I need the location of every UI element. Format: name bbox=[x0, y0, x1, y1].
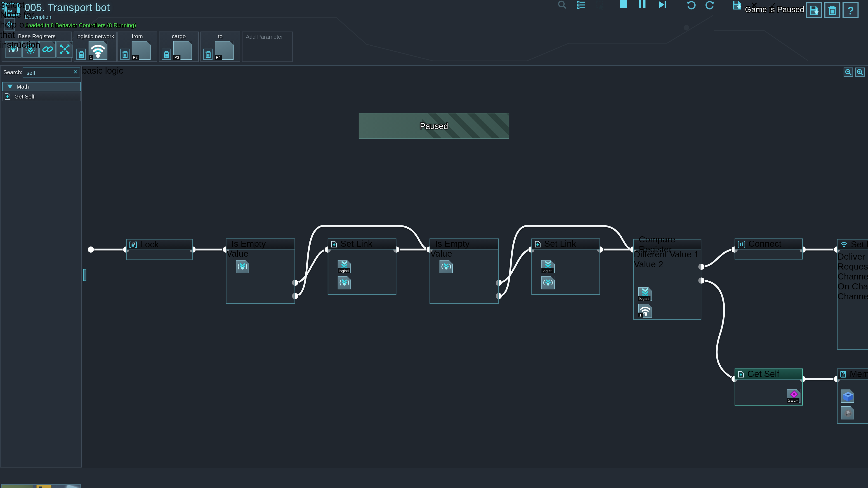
search-box: ✕ bbox=[23, 68, 80, 77]
port[interactable] bbox=[88, 246, 94, 253]
node-get-self[interactable]: Get Self Result SELF bbox=[735, 368, 803, 405]
node-set-logistics[interactable]: Set Log Settin Deliver Iter Supply Iter … bbox=[837, 239, 868, 350]
node-is-empty-1[interactable]: Is Empty Value Empty Has Value bbox=[226, 238, 295, 304]
node-compare-register[interactable]: Compare Register If Equal If Different l… bbox=[633, 239, 702, 320]
add-parameter-button[interactable]: Add Parameter bbox=[242, 32, 293, 62]
lock-icon bbox=[129, 241, 137, 248]
empty-register[interactable]: P3 bbox=[174, 41, 192, 60]
trash-icon bbox=[163, 51, 169, 58]
signal-icon bbox=[237, 260, 249, 273]
cube-icon bbox=[842, 391, 854, 402]
param-slot-cargo: cargo P3 bbox=[159, 32, 199, 62]
wifi-register[interactable]: 1 bbox=[89, 41, 107, 60]
value-register[interactable] bbox=[439, 260, 453, 273]
save-graph-button[interactable] bbox=[732, 0, 743, 11]
zoom-out-button[interactable] bbox=[844, 68, 853, 77]
node-set-link-1[interactable]: Set Link logisti From To bbox=[328, 238, 397, 295]
index-register[interactable] bbox=[841, 390, 854, 403]
register-badge: P2 bbox=[132, 55, 139, 60]
help-button[interactable]: ? bbox=[842, 2, 859, 18]
step-button[interactable] bbox=[657, 0, 667, 9]
to-register[interactable] bbox=[338, 276, 351, 289]
zoom-in-icon bbox=[857, 69, 864, 76]
delete-param-button[interactable] bbox=[76, 49, 86, 60]
trash-icon bbox=[205, 51, 211, 58]
param-slot-from: from P2 bbox=[117, 32, 157, 62]
footer-help-text: Select Node for help on that instruction bbox=[0, 0, 40, 50]
undo-button[interactable] bbox=[686, 0, 696, 11]
register-badge: logisti bbox=[638, 296, 651, 301]
ore-icon bbox=[842, 408, 854, 419]
node-title: Set Link bbox=[544, 239, 576, 249]
node-graph-canvas[interactable]: Paused bbox=[82, 65, 868, 468]
node-title: Lock bbox=[140, 239, 159, 250]
redo-icon bbox=[705, 0, 715, 11]
wire bbox=[702, 281, 735, 379]
delete-behavior-button[interactable] bbox=[825, 2, 840, 18]
value2-register[interactable]: 1 bbox=[638, 304, 652, 318]
from-register[interactable]: logisti bbox=[338, 260, 351, 273]
clipped-node-stub bbox=[83, 269, 86, 281]
node-title: Memory bbox=[850, 369, 868, 379]
find-in-graph-button[interactable] bbox=[557, 0, 567, 9]
wire bbox=[702, 250, 735, 267]
pause-icon bbox=[639, 0, 645, 8]
param-label: cargo bbox=[159, 33, 198, 39]
node-memory[interactable]: Memory Inde bbox=[837, 368, 868, 424]
world-minimap[interactable] bbox=[1, 484, 81, 488]
paused-label: Paused bbox=[359, 121, 508, 131]
from-register[interactable]: logisti bbox=[541, 260, 555, 273]
delete-param-button[interactable] bbox=[162, 49, 171, 60]
select-tool-button[interactable] bbox=[595, 0, 606, 11]
register-badge: logisti bbox=[338, 268, 350, 273]
search-input[interactable] bbox=[23, 68, 72, 77]
delete-param-button[interactable] bbox=[120, 49, 129, 60]
node-is-empty-2[interactable]: Is Empty Value Empty Has Value bbox=[430, 238, 499, 304]
value1-register[interactable]: logisti bbox=[638, 287, 652, 301]
empty-register[interactable]: P2 bbox=[132, 41, 151, 60]
goto-icon[interactable] bbox=[57, 41, 73, 57]
logistics-row[interactable]: Deliver Iter bbox=[837, 252, 868, 261]
logistics-row[interactable]: On Channe bbox=[837, 282, 868, 291]
stop-icon bbox=[620, 0, 627, 8]
category-math[interactable]: Math bbox=[2, 82, 81, 91]
node-list-button[interactable] bbox=[576, 0, 586, 10]
node-lock[interactable]: Lock bbox=[126, 239, 193, 260]
redo-button[interactable] bbox=[705, 0, 715, 11]
param-label: from bbox=[118, 33, 157, 39]
signal-icon bbox=[542, 276, 554, 289]
save-behavior-button[interactable] bbox=[806, 2, 822, 18]
param-slot-logistic-network: logistic network 1 bbox=[74, 32, 117, 62]
param-label: logistic network bbox=[74, 33, 116, 39]
save-icon bbox=[809, 5, 819, 16]
value-register[interactable] bbox=[841, 406, 854, 420]
question-icon: ? bbox=[847, 5, 854, 16]
trash-icon bbox=[78, 51, 84, 58]
result-register[interactable]: SELF bbox=[786, 389, 800, 403]
empty-register[interactable]: P4 bbox=[215, 41, 234, 60]
node-title: Set Link bbox=[340, 239, 373, 249]
node-set-link-2[interactable]: Set Link logisti From To bbox=[531, 238, 600, 295]
delete-param-button[interactable] bbox=[203, 49, 213, 60]
doc-down-icon bbox=[737, 370, 745, 378]
instruction-search-panel: Search: ✕ Math Get Self bbox=[0, 65, 82, 467]
register-badge: SELF bbox=[786, 398, 799, 403]
confirm-button[interactable]: ✓ bbox=[770, 0, 777, 11]
logistics-row[interactable]: Request Ite bbox=[837, 262, 868, 271]
value-register[interactable] bbox=[236, 260, 249, 273]
register-badge: P3 bbox=[174, 55, 180, 60]
signal-icon bbox=[440, 260, 452, 273]
clear-search-icon[interactable]: ✕ bbox=[73, 69, 78, 76]
save-icon bbox=[732, 0, 743, 11]
search-result-get-self[interactable]: Get Self bbox=[2, 92, 81, 101]
link-icon[interactable] bbox=[39, 41, 56, 57]
search-label: Search: bbox=[3, 69, 22, 75]
cancel-button[interactable]: ✕ bbox=[751, 0, 758, 11]
zoom-in-button[interactable] bbox=[855, 68, 865, 77]
to-register[interactable] bbox=[541, 276, 555, 289]
close-icon: ✕ bbox=[751, 0, 758, 10]
stop-button[interactable] bbox=[620, 0, 627, 8]
pause-button[interactable] bbox=[639, 0, 645, 8]
param-label: to bbox=[201, 33, 240, 39]
node-connect[interactable]: Connect bbox=[735, 238, 803, 260]
